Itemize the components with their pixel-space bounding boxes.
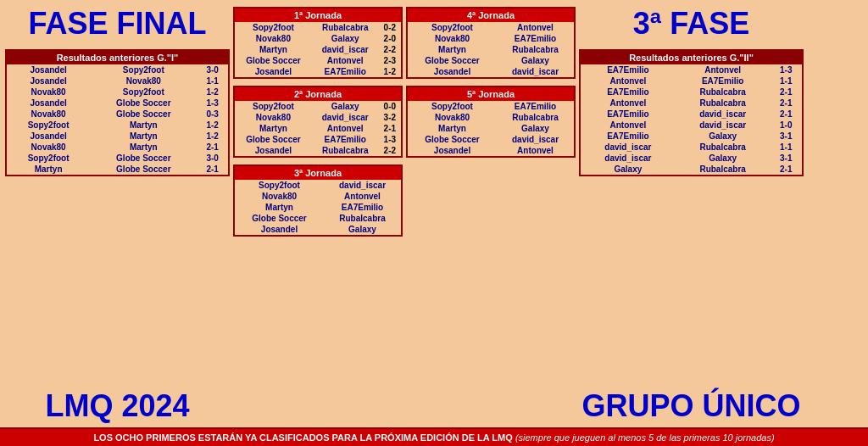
player2: david_iscar: [324, 180, 401, 191]
player2: david_iscar: [676, 109, 771, 120]
table-row: JosandelNovak801-1: [7, 75, 228, 86]
left-results-header: Resultados anteriores G."I": [7, 51, 228, 64]
player2: Rubalcabra: [312, 22, 379, 33]
score: 1-1: [771, 75, 802, 86]
jornada-block: 1ª JornadaSopy2footRubalcabra0-2Novak80G…: [233, 7, 403, 79]
player1: Galaxy: [581, 164, 676, 175]
table-row: Sopy2footdavid_iscar: [235, 180, 401, 191]
table-row: GalaxyRubalcabra2-1: [581, 164, 802, 175]
player1: EA7Emilio: [581, 64, 676, 75]
table-row: MartynGalaxy: [408, 123, 574, 134]
player2: Rubalcabra: [676, 164, 771, 175]
player2: Antonvel: [676, 64, 771, 75]
table-row: Novak80EA7Emilio: [408, 33, 574, 44]
player2: Rubalcabra: [497, 44, 574, 55]
player1: Sopy2foot: [408, 101, 497, 112]
player2: Sopy2foot: [90, 86, 197, 98]
score: 2-1: [771, 86, 802, 98]
right-results-header: Resultados anteriores G."II": [581, 51, 802, 64]
player1: Josandel: [408, 145, 497, 156]
player2: david_iscar: [676, 120, 771, 131]
player1: Globe Soccer: [408, 134, 497, 145]
table-row: Globe SoccerGalaxy: [408, 55, 574, 66]
player1: Josandel: [235, 66, 312, 77]
player2: Globe Soccer: [90, 164, 197, 175]
player1: Globe Soccer: [408, 55, 497, 66]
player2: Rubalcabra: [312, 145, 379, 156]
player1: Novak80: [7, 142, 90, 153]
table-row: Sopy2footMartyn1-2: [7, 120, 228, 131]
table-row: MartynRubalcabra: [408, 44, 574, 55]
table-row: JosandelSopy2foot3-0: [7, 64, 228, 75]
score: 0-0: [379, 101, 401, 112]
table-row: JosandelGlobe Soccer1-3: [7, 98, 228, 109]
table-row: Josandeldavid_iscar: [408, 66, 574, 77]
table-row: MartynGlobe Soccer2-1: [7, 164, 228, 175]
player1: Martyn: [235, 123, 312, 134]
player2: EA7Emilio: [676, 75, 771, 86]
player1: Globe Soccer: [235, 213, 324, 224]
score: 2-1: [771, 109, 802, 120]
player2: Martyn: [90, 142, 197, 153]
player1: Novak80: [7, 109, 90, 120]
player1: Sopy2foot: [235, 22, 312, 33]
player2: david_iscar: [312, 44, 379, 55]
player1: Antonvel: [581, 120, 676, 131]
score: 2-1: [771, 98, 802, 109]
player1: EA7Emilio: [581, 131, 676, 142]
player1: Novak80: [235, 33, 312, 44]
score: 2-1: [197, 142, 228, 153]
right-results-table: Resultados anteriores G."II" EA7EmilioAn…: [579, 49, 804, 176]
table-row: Novak80david_iscar3-2: [235, 112, 401, 123]
score: 1-0: [771, 120, 802, 131]
jornada-block: 5ª JornadaSopy2footEA7EmilioNovak80Rubal…: [406, 86, 576, 158]
player2: Galaxy: [312, 33, 379, 44]
table-row: Novak80Martyn2-1: [7, 142, 228, 153]
player1: Josandel: [7, 98, 90, 109]
jornadas-right-col: 4ª JornadaSopy2footAntonvelNovak80EA7Emi…: [406, 7, 576, 424]
right-panel: 3ª FASE Resultados anteriores G."II" EA7…: [579, 7, 804, 424]
player1: Novak80: [7, 86, 90, 98]
score: 0-3: [197, 109, 228, 120]
score: 2-1: [197, 164, 228, 175]
player1: Sopy2foot: [7, 120, 90, 131]
jornada-block: 3ª JornadaSopy2footdavid_iscarNovak80Ant…: [233, 164, 403, 237]
table-row: Sopy2footRubalcabra0-2: [235, 22, 401, 33]
player1: Sopy2foot: [235, 101, 312, 112]
player1: Josandel: [7, 75, 90, 86]
player1: EA7Emilio: [581, 86, 676, 98]
jornada-header: 4ª Jornada: [408, 8, 574, 22]
player1: Martyn: [408, 44, 497, 55]
table-row: david_iscarGalaxy3-1: [581, 153, 802, 164]
player2: Antonvel: [312, 55, 379, 66]
grupo-unico-title: GRUPO ÚNICO: [581, 388, 800, 424]
table-row: Sopy2footAntonvel: [408, 22, 574, 33]
player2: Globe Soccer: [90, 153, 197, 164]
player2: EA7Emilio: [312, 134, 379, 145]
player2: Galaxy: [324, 224, 401, 235]
player1: Globe Soccer: [235, 134, 312, 145]
player2: EA7Emilio: [497, 33, 574, 44]
score: 2-2: [379, 44, 401, 55]
player2: Globe Soccer: [90, 98, 197, 109]
score: 1-1: [197, 75, 228, 86]
table-row: JosandelMartyn1-2: [7, 131, 228, 142]
player1: Novak80: [408, 33, 497, 44]
jornada-block: 4ª JornadaSopy2footAntonvelNovak80EA7Emi…: [406, 7, 576, 79]
player2: Galaxy: [676, 131, 771, 142]
player2: Antonvel: [312, 123, 379, 134]
player1: Martyn: [235, 44, 312, 55]
score: 2-0: [379, 33, 401, 44]
table-row: Globe Soccerdavid_iscar: [408, 134, 574, 145]
score: 2-3: [379, 55, 401, 66]
player1: david_iscar: [581, 142, 676, 153]
player1: Sopy2foot: [408, 22, 497, 33]
player1: Josandel: [408, 66, 497, 77]
player2: david_iscar: [497, 134, 574, 145]
table-row: JosandelAntonvel: [408, 145, 574, 156]
table-row: Globe SoccerEA7Emilio1-3: [235, 134, 401, 145]
score: 2-2: [379, 145, 401, 156]
table-row: Novak80Antonvel: [235, 191, 401, 202]
score: 3-1: [771, 131, 802, 142]
table-row: JosandelGalaxy: [235, 224, 401, 235]
